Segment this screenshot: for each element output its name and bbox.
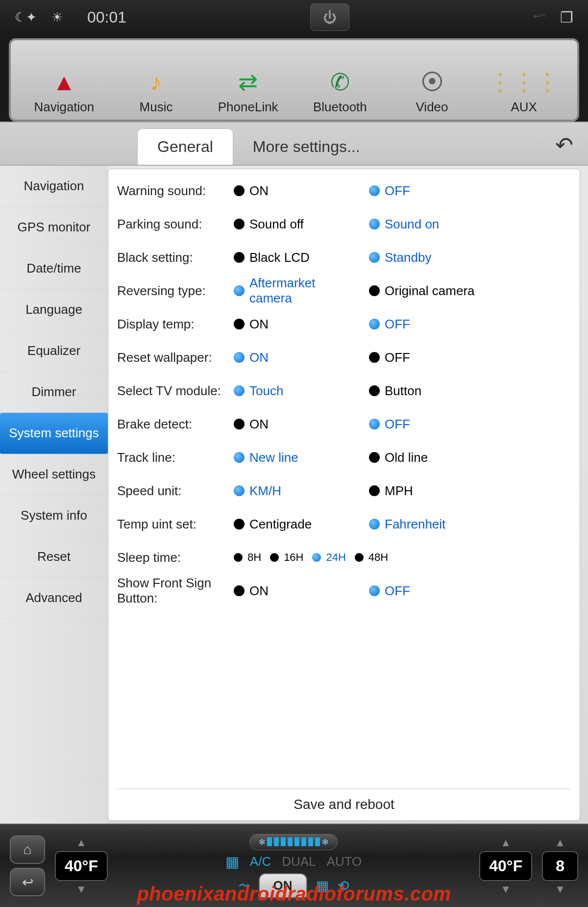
sidebar-item-wheel-settings[interactable]: Wheel settings [0,454,108,495]
chevron-down-icon[interactable]: ▼ [555,883,565,896]
chevron-up-icon[interactable]: ▲ [76,836,87,849]
radio-option[interactable]: Touch [234,383,356,399]
climate-on-button[interactable]: ON [259,873,307,898]
sidebar-item-date-time[interactable]: Date/time [0,248,108,289]
radio-label: 24H [326,551,345,564]
fan-level-control[interactable]: ▲ 8 ▼ [542,836,578,896]
chevron-down-icon[interactable]: ▼ [500,883,511,896]
radio-option[interactable]: ON [234,317,356,332]
radio-option[interactable]: ON [234,350,356,365]
radio-label: Fahrenheit [385,517,445,532]
tab-general[interactable]: General [137,128,233,165]
sidebar-item-system-info[interactable]: System info [0,495,108,536]
ac-toggle[interactable]: A/C [250,854,271,869]
radio-option[interactable]: MPH [369,483,413,499]
defrost-rear-icon[interactable]: ▦ [316,878,329,894]
bluetooth-icon: ✆ [324,66,356,98]
sidebar-item-system-settings[interactable]: System settings [0,413,108,454]
dock-item-video[interactable]: ⦿Video [389,66,476,115]
settings-sidebar: NavigationGPS monitorDate/timeLanguageEq… [0,166,108,824]
radio-option[interactable]: ON [234,183,356,199]
radio-option[interactable]: OFF [369,183,410,199]
radio-option[interactable]: 48H [355,551,388,564]
radio-option[interactable]: ON [234,583,356,599]
radio-label: Touch [249,383,283,399]
radio-option[interactable]: Original camera [369,283,475,299]
brightness-icon[interactable]: ☀ [51,10,63,25]
dual-toggle[interactable]: DUAL [282,854,316,869]
wifi-icon: ⬿ [533,10,545,25]
airflow-icon[interactable]: ⤳ [239,878,250,894]
radio-option[interactable]: ON [234,417,356,432]
radio-option[interactable]: Old line [369,450,428,465]
defrost-front-icon[interactable]: ▦ [225,853,239,870]
radio-dot-icon [369,352,380,363]
setting-row: Speed unit:KM/HMPH [117,474,571,507]
auto-toggle[interactable]: AUTO [327,854,362,869]
save-and-reboot-button[interactable]: Save and reboot [117,788,571,820]
radio-option[interactable]: Aftermarket camera [234,276,356,306]
back-button[interactable]: ↶ [555,132,573,157]
radio-option[interactable]: Button [369,383,421,399]
radio-label: ON [249,317,269,332]
chevron-up-icon[interactable]: ▲ [500,836,511,849]
fan-icon: ✻ [322,837,328,847]
radio-option[interactable]: Centigrade [234,517,356,532]
setting-row: Track line:New lineOld line [117,441,571,474]
radio-label: OFF [385,583,410,599]
dock-item-bluetooth[interactable]: ✆Bluetooth [296,66,384,115]
home-button[interactable]: ⌂ [10,835,45,864]
chevron-up-icon[interactable]: ▲ [555,836,565,849]
radio-dot-icon [234,285,245,296]
left-temp-control[interactable]: ▲ 40°F ▼ [55,836,108,896]
radio-dot-icon [369,419,380,429]
setting-label: Brake detect: [117,417,230,432]
sidebar-item-reset[interactable]: Reset [0,536,108,578]
radio-dot-icon [369,385,380,396]
windows-icon[interactable]: ❐ [560,9,573,26]
radio-option[interactable]: OFF [369,417,410,432]
sidebar-item-advanced[interactable]: Advanced [0,578,108,619]
radio-option[interactable]: OFF [369,317,410,332]
radio-option[interactable]: Sound off [234,217,356,232]
recirculate-icon[interactable]: ⟲ [338,878,349,894]
back-icon: ↶ [555,133,573,157]
dock-item-navigation[interactable]: ▲Navigation [21,66,108,115]
chevron-down-icon[interactable]: ▼ [76,883,87,896]
radio-option[interactable]: New line [234,450,356,465]
radio-dot-icon [369,585,380,596]
radio-label: 8H [247,551,261,564]
radio-option[interactable]: Black LCD [234,250,356,265]
fan-speed-bar[interactable]: ✻ ✻ [249,834,338,850]
dock-item-aux[interactable]: ⋮⋮⋮AUX [480,66,567,115]
radio-label: MPH [385,483,413,499]
radio-option[interactable]: Sound on [369,217,439,232]
sidebar-item-equalizer[interactable]: Equalizer [0,330,108,372]
radio-option[interactable]: 16H [270,551,303,564]
radio-option[interactable]: OFF [369,583,410,599]
fan-level-value: 8 [542,851,578,881]
radio-option[interactable]: OFF [369,350,410,365]
tab-more-settings[interactable]: More settings... [233,129,380,165]
back-nav-button[interactable]: ↩ [10,868,45,896]
radio-option[interactable]: 8H [234,551,261,564]
sidebar-item-gps-monitor[interactable]: GPS monitor [0,207,108,248]
sidebar-item-navigation[interactable]: Navigation [0,166,108,207]
radio-label: Button [385,383,421,399]
sidebar-item-language[interactable]: Language [0,289,108,330]
radio-option[interactable]: 24H [312,551,345,564]
dock-item-music[interactable]: ♪Music [113,66,200,115]
setting-label: Display temp: [117,317,230,332]
sidebar-item-dimmer[interactable]: Dimmer [0,372,108,413]
radio-option[interactable]: KM/H [234,483,356,499]
radio-dot-icon [234,452,245,463]
right-temp-control[interactable]: ▲ 40°F ▼ [479,836,532,896]
radio-dot-icon [234,319,245,329]
setting-row: Warning sound:ONOFF [117,174,571,207]
dock-item-phonelink[interactable]: ⇄PhoneLink [204,66,292,115]
radio-option[interactable]: Fahrenheit [369,517,445,532]
night-mode-icon[interactable]: ☾✦ [15,10,37,25]
radio-option[interactable]: Standby [369,250,431,265]
climate-bar: ⌂ ↩ ▲ 40°F ▼ ✻ ✻ ▦ A/C DUAL AUTO ⤳ ON ▦ … [0,824,588,907]
power-button[interactable]: ⏻ [310,3,349,31]
